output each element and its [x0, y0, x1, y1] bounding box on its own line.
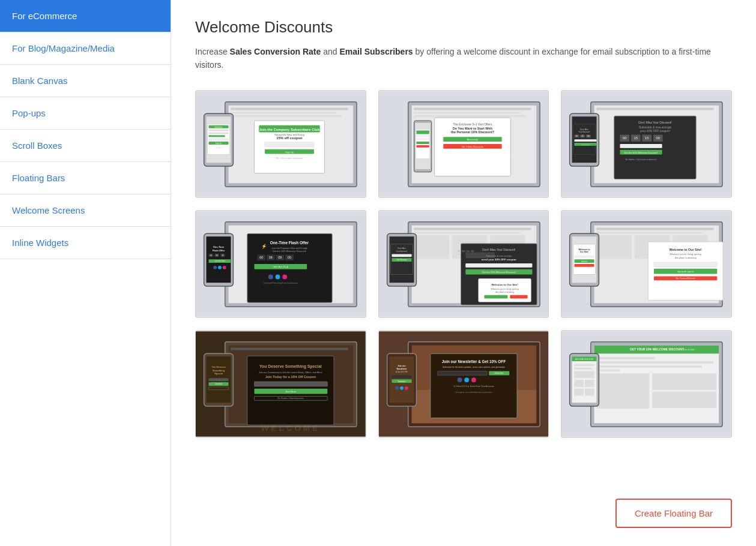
svg-text:00: 00 [210, 254, 212, 257]
svg-text:Our Site!: Our Site! [580, 251, 588, 253]
svg-rect-124 [414, 232, 519, 233]
svg-text:this place is amazing: this place is amazing [675, 256, 697, 259]
svg-rect-196 [208, 378, 228, 381]
sidebar-item-for-ecommerce[interactable]: For eCommerce [0, 0, 171, 32]
sidebar-item-label: Blank Canvas [12, 76, 68, 86]
svg-rect-143 [510, 295, 527, 298]
sidebar-item-label: Pop-ups [12, 108, 46, 118]
svg-text:Speede quest: Speede quest [677, 269, 694, 272]
svg-rect-45 [416, 135, 429, 137]
svg-text:00: 00 [576, 135, 578, 137]
svg-rect-125 [414, 235, 449, 259]
svg-rect-199 [208, 387, 228, 390]
svg-rect-46 [416, 138, 429, 140]
svg-rect-246 [575, 367, 592, 369]
sidebar-item-for-blog[interactable]: For Blog/Magazine/Media [0, 32, 171, 65]
template-card-7[interactable]: You Deserve Something Special Join our C… [195, 330, 366, 438]
svg-text:⚡: ⚡ [261, 242, 267, 248]
svg-text:Welcome to: Welcome to [579, 248, 590, 250]
svg-rect-149 [392, 254, 411, 257]
sidebar-item-welcome-screens[interactable]: Welcome Screens [0, 194, 171, 227]
svg-point-213 [471, 377, 476, 382]
svg-point-118 [218, 266, 222, 269]
sidebar-item-floating-bars[interactable]: Floating Bars [0, 162, 171, 194]
svg-point-226 [405, 386, 408, 390]
svg-rect-30 [414, 107, 531, 110]
svg-text:You Deserve Something Special: You Deserve Something Special [259, 364, 322, 368]
svg-rect-177 [575, 264, 594, 267]
svg-point-103 [282, 274, 287, 279]
template-card-4[interactable]: ⚡ One-Time Flash Offer Join the Premium … [195, 210, 366, 318]
svg-rect-32 [414, 115, 525, 117]
svg-point-224 [395, 386, 399, 390]
template-card-8[interactable]: Join our Newsletter & Get 10% OFF Subscr… [378, 330, 549, 438]
svg-text:No thanks, I don't want a disc: No thanks, I don't want a discount. [626, 158, 657, 161]
svg-rect-3 [231, 107, 348, 110]
sidebar-item-label: Floating Bars [12, 173, 65, 183]
page-description: Increase Sales Conversion Rate and Email… [195, 45, 732, 72]
template-card-6[interactable]: Welcome to Our Site! Whatever you're doi… [561, 210, 732, 318]
svg-text:Don't Miss: Don't Miss [581, 128, 589, 130]
svg-rect-239 [652, 373, 716, 389]
svg-point-102 [276, 274, 280, 279]
svg-text:this place is amazing: this place is amazing [495, 291, 514, 293]
svg-text:One-Time Flash Offer: One-Time Flash Offer [270, 241, 309, 245]
svg-text:Something: Something [213, 368, 225, 371]
svg-rect-174 [575, 255, 594, 258]
sidebar-item-inline-widgets[interactable]: Inline Widgets [0, 227, 171, 259]
svg-rect-23 [208, 139, 228, 140]
template-card-5[interactable]: Don't Miss Your Discount! 00 : 00 : 15 :… [378, 210, 549, 318]
svg-rect-242 [572, 356, 597, 403]
svg-rect-250 [575, 389, 584, 396]
svg-rect-155 [597, 227, 714, 230]
svg-rect-235 [597, 365, 702, 368]
svg-rect-44 [416, 130, 429, 134]
sidebar-item-label: For Blog/Magazine/Media [12, 43, 115, 53]
svg-rect-134 [465, 263, 532, 268]
svg-text:Get the 10% Welcome Discount!: Get the 10% Welcome Discount! [482, 270, 516, 273]
svg-text:Whatever you're doing, getting: Whatever you're doing, getting [491, 288, 518, 290]
template-card-3[interactable]: Don't Miss Your Discount! Subscribe & no… [561, 90, 732, 198]
template-card-1[interactable]: Join the Company Subscribers Club Subscr… [195, 90, 366, 198]
svg-text:00 : 00 : 15 : 00: 00 : 00 : 15 : 00 [457, 249, 473, 252]
svg-text:GET YOUR 10% WELCOME DISCOUNT: GET YOUR 10% WELCOME DISCOUNT [630, 348, 684, 351]
svg-text:00: 00 [259, 256, 263, 259]
sidebar-item-label: Scroll Boxes [12, 140, 62, 151]
svg-text:Get the 10% Welcome Discount!: Get the 10% Welcome Discount! [273, 250, 306, 253]
sidebar-item-pop-ups[interactable]: Pop-ups [0, 97, 171, 130]
svg-text:send your 30% OFF coupon: send your 30% OFF coupon [482, 258, 516, 261]
svg-rect-186 [254, 382, 327, 386]
svg-text:15% off coupon: 15% off coupon [276, 136, 303, 140]
svg-point-101 [268, 274, 273, 279]
sidebar-item-label: Inline Widgets [12, 238, 68, 248]
svg-rect-237 [597, 369, 620, 371]
svg-rect-20 [208, 129, 228, 131]
svg-rect-238 [597, 373, 650, 408]
sidebar-item-blank-canvas[interactable]: Blank Canvas [0, 65, 171, 97]
svg-text:Join our Community to Get the : Join our Community to Get the Latest New… [259, 371, 322, 374]
svg-rect-47 [416, 142, 429, 144]
svg-text:Or follow Fill Your Email From: Or follow Fill Your Email From Your Acco… [453, 385, 494, 388]
template-card-2[interactable]: The Exclusive 3+1 Visit Offers Do You Wa… [378, 90, 549, 198]
sidebar-item-label: Welcome Screens [12, 205, 85, 215]
template-card-9[interactable]: GET YOUR 10% WELCOME DISCOUNT Join to Ge… [561, 330, 732, 438]
svg-text:& Get 10% OFF: & Get 10% OFF [395, 371, 408, 373]
svg-text:Subscribe: Subscribe [215, 125, 223, 128]
svg-point-211 [457, 377, 462, 382]
svg-text:Your Discount!: Your Discount! [579, 131, 590, 133]
svg-rect-234 [597, 361, 714, 364]
svg-text:The Exclusive 3+1 Visit Offers: The Exclusive 3+1 Visit Offers [453, 123, 492, 126]
svg-rect-157 [597, 235, 632, 259]
svg-text:Or follow Fill Your Email From: Or follow Fill Your Email From Your Acco… [264, 282, 298, 284]
create-floating-bar-button[interactable]: Create Floating Bar [615, 499, 732, 528]
svg-text:08: 08 [269, 256, 273, 259]
svg-text:Don't Miss: Don't Miss [398, 247, 406, 249]
sidebar-item-scroll-boxes[interactable]: Scroll Boxes [0, 130, 171, 162]
svg-text:Subscribe: Subscribe [494, 372, 503, 374]
svg-text:No Thanks: No Thanks [215, 147, 222, 149]
svg-text:Do You Want to Start With: Do You Want to Start With [453, 126, 492, 130]
svg-rect-245 [575, 364, 594, 366]
svg-text:Join the Club: Join the Club [273, 265, 289, 268]
svg-text:Join our Newsletter & Get 10% : Join our Newsletter & Get 10% OFF [441, 359, 505, 364]
svg-text:Welcome to Our Site!: Welcome to Our Site! [491, 283, 518, 286]
